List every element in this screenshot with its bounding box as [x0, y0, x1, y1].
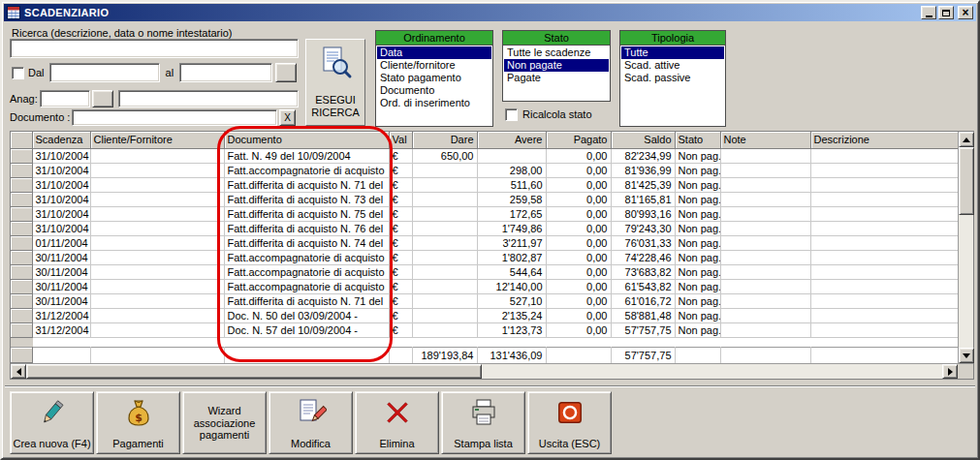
row-selector[interactable] [11, 308, 32, 322]
modifica-button[interactable]: Modifica [269, 391, 353, 454]
col-header-saldo[interactable]: Saldo [611, 132, 675, 148]
cell-stato: Non pag. [675, 206, 720, 221]
stato-option[interactable]: Pagate [504, 72, 609, 84]
table-row[interactable]: 31/10/2004Fatt. N. 49 del 10/09/2004€650… [11, 148, 958, 163]
total-saldo: 57'757,75 [611, 348, 675, 363]
cell-scadenza: 31/10/2004 [32, 221, 90, 235]
dal-date-input[interactable] [49, 63, 160, 82]
ordinamento-listbox[interactable]: DataCliente/fornitoreStato pagamentoDocu… [376, 46, 492, 126]
row-selector[interactable] [11, 322, 32, 337]
ordinamento-option[interactable]: Ord. di inserimento [377, 97, 491, 109]
row-selector[interactable] [11, 177, 32, 192]
elimina-button[interactable]: Elimina [355, 391, 439, 454]
col-header-val[interactable]: Val [389, 132, 412, 148]
col-header-descrizione[interactable]: Descrizione [810, 132, 958, 148]
scroll-right-button[interactable] [942, 364, 958, 379]
row-selector[interactable] [11, 192, 32, 206]
col-header-dare[interactable]: Dare [412, 132, 477, 148]
table-row[interactable]: 30/11/2004Fatt.accompagnatorie di acquis… [11, 264, 958, 279]
col-header-scadenza[interactable]: Scadenza [32, 132, 90, 148]
elimina-label: Elimina [379, 438, 414, 450]
tipologia-option[interactable]: Scad. passive [621, 72, 724, 84]
cell-stato: Non pag. [675, 293, 720, 308]
cell-documento: Fatt.differita di acquisto N. 76 del [224, 221, 389, 235]
table-row[interactable]: 31/12/2004Doc. N. 50 del 03/09/2004 -€2'… [11, 308, 958, 322]
scroll-down-button[interactable] [959, 348, 974, 363]
cell-documento: Fatt.differita di acquisto N. 75 del [224, 206, 389, 221]
row-selector[interactable] [11, 235, 32, 250]
col-header-pagato[interactable]: Pagato [546, 132, 611, 148]
stato-option[interactable]: Tutte le scadenze [504, 46, 609, 59]
table-row[interactable]: 30/11/2004Fatt.accompagnatorie di acquis… [11, 250, 958, 264]
stato-listbox[interactable]: Tutte le scadenzeNon pagatePagate [503, 46, 610, 101]
row-selector[interactable] [11, 221, 32, 235]
al-date-input[interactable] [179, 63, 272, 82]
table-row[interactable]: 31/10/2004Fatt.differita di acquisto N. … [11, 206, 958, 221]
cell-cliente [90, 293, 224, 308]
tipologia-option[interactable]: Scad. attive [621, 59, 724, 72]
col-header-note[interactable]: Note [720, 132, 810, 148]
scroll-left-button[interactable] [11, 364, 26, 379]
cell-stato: Non pag. [675, 250, 720, 264]
ordinamento-option[interactable]: Documento [377, 84, 491, 97]
col-header-avere[interactable]: Avere [477, 132, 546, 148]
stampa-lista-label: Stampa lista [454, 438, 513, 450]
pagamenti-button[interactable]: $ Pagamenti [96, 391, 180, 454]
ordinamento-option[interactable]: Stato pagamento [377, 72, 491, 84]
maximize-button[interactable] [938, 6, 954, 19]
horizontal-scroll-thumb[interactable] [26, 364, 482, 379]
table-row[interactable]: 31/10/2004Fatt.differita di acquisto N. … [11, 221, 958, 235]
cell-dare [412, 235, 477, 250]
table-row[interactable]: 30/11/2004Fatt.differita di acquisto N. … [11, 293, 958, 308]
scroll-up-button[interactable] [959, 132, 974, 147]
stampa-lista-button[interactable]: Stampa lista [441, 391, 525, 454]
table-row[interactable]: 31/10/2004Fatt.differita di acquisto N. … [11, 177, 958, 192]
table-row[interactable]: 01/11/2004Fatt.differita di acquisto N. … [11, 235, 958, 250]
tipologia-option[interactable]: Tutte [621, 46, 724, 59]
col-header-documento[interactable]: Documento [224, 132, 389, 148]
anag-lookup-button[interactable] [92, 90, 113, 107]
col-header-cliente[interactable]: Cliente/Fornitore [90, 132, 224, 148]
row-selector[interactable] [11, 264, 32, 279]
row-selector[interactable] [11, 163, 32, 177]
uscita-button[interactable]: Uscita (ESC) [527, 391, 612, 454]
documento-input[interactable] [72, 109, 277, 126]
col-header-stato[interactable]: Stato [675, 132, 720, 148]
horizontal-scrollbar[interactable] [11, 364, 958, 379]
esegui-ricerca-button[interactable]: ESEGUI RICERCA [305, 39, 365, 126]
table-row[interactable]: 31/10/2004Fatt.differita di acquisto N. … [11, 192, 958, 206]
anag-code-input[interactable] [40, 90, 90, 107]
row-selector[interactable] [11, 148, 32, 163]
date-picker-button[interactable] [275, 63, 297, 82]
row-selector[interactable] [11, 250, 32, 264]
row-selector[interactable] [11, 293, 32, 308]
ricalcola-checkbox[interactable] [505, 108, 518, 121]
vertical-scrollbar[interactable] [958, 132, 973, 363]
cell-saldo: 73'683,82 [611, 264, 675, 279]
table-row[interactable]: 31/12/2004Doc. N. 57 del 10/09/2004 -€1'… [11, 322, 958, 337]
cell-avere: 2'135,24 [477, 308, 546, 322]
cell-documento: Fatt.accompagnatorie di acquisto [224, 163, 389, 177]
horizontal-scroll-track[interactable] [482, 364, 942, 379]
stato-option[interactable]: Non pagate [504, 59, 609, 72]
ordinamento-option[interactable]: Data [377, 46, 491, 59]
cell-val: € [389, 163, 412, 177]
table-row[interactable]: 31/10/2004Fatt.accompagnatorie di acquis… [11, 163, 958, 177]
left-arrow-icon [16, 368, 21, 376]
row-selector[interactable] [11, 206, 32, 221]
tipologia-listbox[interactable]: TutteScad. attiveScad. passive [620, 46, 725, 126]
ordinamento-option[interactable]: Cliente/fornitore [377, 59, 491, 72]
cell-val: € [389, 192, 412, 206]
dal-checkbox[interactable] [12, 67, 24, 79]
crea-nuova-button[interactable]: Crea nuova (F4) [10, 391, 94, 454]
vertical-scroll-thumb[interactable] [959, 147, 974, 215]
wizard-associazione-button[interactable]: Wizard associazione pagamenti [182, 391, 267, 454]
ricerca-input[interactable] [10, 39, 299, 58]
documento-clear-button[interactable]: X [279, 109, 296, 126]
minimize-button[interactable] [921, 6, 936, 19]
cell-stato: Non pag. [675, 235, 720, 250]
cell-cliente [90, 250, 224, 264]
row-selector[interactable] [11, 279, 32, 293]
close-button[interactable]: × [958, 6, 973, 19]
table-row[interactable]: 30/11/2004Fatt.accompagnatorie di acquis… [11, 279, 958, 293]
